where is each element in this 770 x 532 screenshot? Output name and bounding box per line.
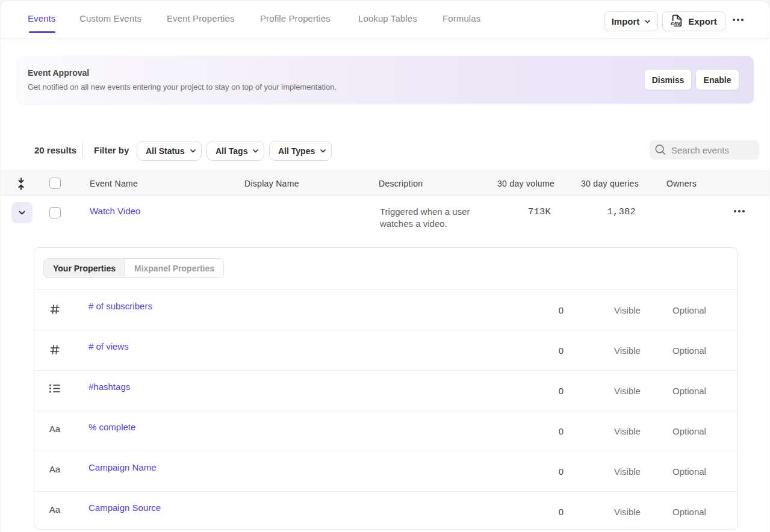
svg-text:csv: csv — [671, 19, 681, 26]
